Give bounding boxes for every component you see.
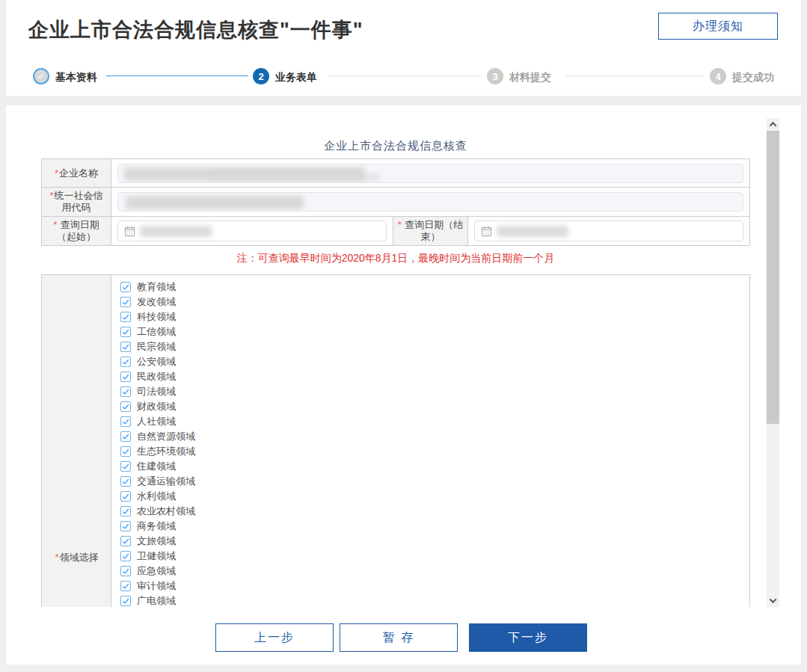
domain-option-label: 商务领域	[137, 521, 176, 531]
checkbox-checked[interactable]	[120, 357, 131, 367]
scrollbar-thumb[interactable]	[767, 131, 779, 424]
domain-option-row: 司法领域	[120, 384, 195, 399]
screen: 企业上市合法合规信息核查"一件事" 办理须知 ✓ 基本资料 2 业务表单 3 材…	[0, 0, 807, 672]
checkbox-checked[interactable]	[120, 282, 131, 292]
checkbox-checked[interactable]	[120, 342, 131, 352]
check-icon	[121, 567, 130, 576]
redacted-start-date	[140, 226, 212, 237]
checkbox-checked[interactable]	[120, 446, 131, 457]
checkbox-checked[interactable]	[120, 416, 131, 427]
checkbox-checked[interactable]	[120, 491, 131, 502]
form-title: 企业上市合法合规信息核查	[41, 139, 750, 153]
checkbox-checked[interactable]	[120, 551, 131, 561]
domain-option-label: 工信领域	[137, 327, 176, 337]
credit-code-label: *统一社会信用代码	[42, 188, 111, 216]
redacted-credit-code	[126, 196, 304, 209]
domain-option-row: 生态环境领域	[120, 444, 195, 459]
checkbox-checked[interactable]	[120, 476, 131, 487]
date-range-note: 注：可查询最早时间为2020年8月1日，最晚时间为当前日期前一个月	[41, 252, 750, 265]
step-2-circle: 2	[253, 68, 269, 84]
credit-code-input[interactable]	[117, 192, 743, 212]
checkbox-checked[interactable]	[120, 596, 131, 606]
company-name-cell	[111, 159, 749, 187]
scroll-up-button[interactable]	[767, 118, 779, 131]
step-1-circle: ✓	[33, 68, 49, 84]
domain-option-label: 农业农村领域	[137, 506, 195, 517]
step-connector-1	[106, 75, 248, 76]
notice-button[interactable]: 办理须知	[658, 13, 778, 40]
domain-option-label: 财政领域	[137, 401, 176, 412]
check-icon	[121, 312, 130, 321]
domain-option-row: 民政领域	[120, 369, 195, 384]
query-start-cell	[111, 217, 393, 245]
check-icon	[121, 387, 130, 396]
basic-info-table: *企业名称 *统一社会信用代码	[41, 158, 750, 246]
domain-option-row: 交通运输领域	[120, 474, 195, 489]
checkbox-checked[interactable]	[120, 386, 131, 397]
credit-code-cell	[111, 188, 749, 216]
checkbox-checked[interactable]	[120, 431, 131, 442]
vertical-scrollbar[interactable]	[767, 118, 779, 607]
check-icon	[121, 402, 130, 411]
checkbox-checked[interactable]	[120, 566, 131, 576]
domain-option-label: 司法领域	[137, 386, 176, 397]
query-end-date-input[interactable]	[474, 221, 743, 241]
required-mark: *	[53, 219, 57, 230]
check-icon	[121, 552, 130, 561]
domain-option-row: 人社领域	[120, 414, 195, 429]
domain-option-label: 自然资源领域	[137, 431, 195, 442]
domain-option-label: 审计领域	[137, 581, 176, 591]
query-start-date-input[interactable]	[117, 221, 387, 241]
company-name-input[interactable]	[117, 164, 743, 183]
domain-label-cell: *领域选择	[42, 275, 111, 607]
checkbox-checked[interactable]	[120, 581, 131, 591]
domain-option-label: 住建领域	[137, 461, 176, 472]
checkbox-checked[interactable]	[120, 521, 131, 531]
save-draft-button[interactable]: 暂 存	[340, 623, 458, 652]
domain-select-label: *领域选择	[42, 551, 111, 564]
check-icon	[121, 283, 130, 292]
check-icon	[121, 537, 130, 546]
query-start-label: * 查询日期（起始）	[42, 217, 111, 245]
domain-option-row: 水利领域	[120, 489, 195, 504]
checkbox-checked[interactable]	[120, 536, 131, 546]
check-icon	[121, 597, 130, 605]
domain-option-label: 广电领域	[137, 596, 176, 606]
domain-option-row: 财政领域	[120, 399, 195, 414]
form-panel: 企业上市合法合规信息核查 *企业名称 *统一社会信用代码	[6, 105, 801, 665]
check-icon	[121, 582, 130, 591]
checkbox-checked[interactable]	[120, 401, 131, 412]
checkbox-checked[interactable]	[120, 506, 131, 517]
next-step-button[interactable]: 下一步	[469, 623, 587, 652]
checkbox-checked[interactable]	[120, 327, 131, 337]
checkbox-checked[interactable]	[120, 372, 131, 382]
check-icon	[121, 298, 130, 306]
domain-option-row: 文旅领域	[120, 534, 195, 549]
step-3-number: 3	[492, 71, 497, 82]
step-4-number: 4	[715, 71, 720, 82]
required-mark: *	[398, 219, 402, 230]
domain-option-row: 农业农村领域	[120, 504, 195, 519]
redacted-company-name-2	[208, 173, 380, 181]
company-name-label: *企业名称	[42, 159, 111, 187]
chevron-up-icon	[770, 122, 777, 129]
domain-option-row: 民宗领域	[120, 339, 195, 354]
scroll-down-button[interactable]	[767, 594, 779, 607]
check-icon	[121, 342, 130, 351]
domain-option-label: 交通运输领域	[137, 476, 195, 487]
domain-option-label: 文旅领域	[137, 536, 176, 546]
checkbox-checked[interactable]	[120, 312, 131, 322]
step-4-circle: 4	[710, 68, 726, 84]
checkbox-checked[interactable]	[120, 461, 131, 472]
domain-option-label: 人社领域	[137, 416, 176, 427]
step-2-label: 业务表单	[275, 71, 317, 84]
step-connector-2	[329, 75, 482, 76]
prev-step-button[interactable]: 上一步	[215, 623, 334, 652]
required-mark: *	[55, 167, 58, 179]
domain-option-label: 民宗领域	[137, 342, 176, 352]
checkbox-checked[interactable]	[120, 297, 131, 307]
required-mark: *	[49, 190, 53, 201]
query-end-label: * 查询日期（结束）	[393, 217, 468, 245]
step-3-label: 材料提交	[509, 71, 551, 84]
check-icon	[121, 507, 130, 516]
